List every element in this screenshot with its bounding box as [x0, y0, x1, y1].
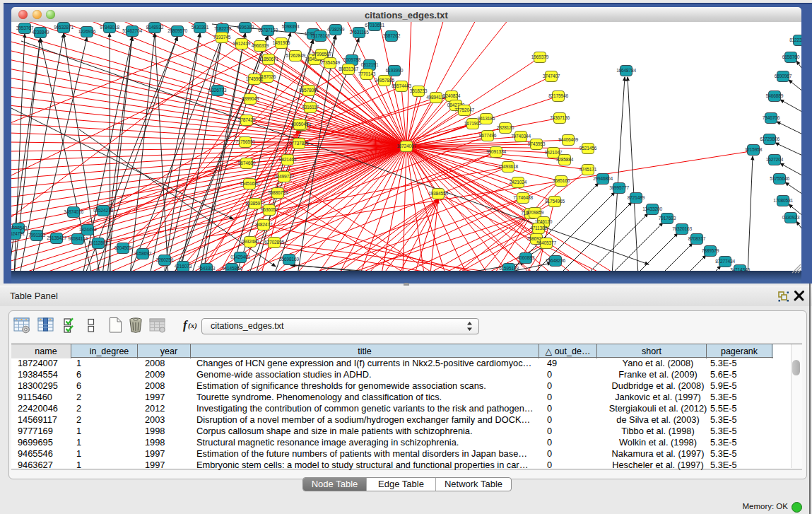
svg-text:0932480: 0932480 — [242, 239, 259, 244]
svg-text:27354549: 27354549 — [320, 60, 340, 65]
svg-text:9421047: 9421047 — [545, 150, 563, 155]
svg-text:01429401: 01429401 — [230, 255, 250, 259]
svg-text:65648236: 65648236 — [546, 258, 565, 263]
svg-text:8708317: 8708317 — [688, 236, 706, 241]
svg-text:5430391: 5430391 — [192, 25, 209, 30]
svg-text:4966319: 4966319 — [252, 43, 269, 48]
svg-text:9821465: 9821465 — [279, 157, 297, 162]
svg-text:9912419: 9912419 — [233, 41, 251, 46]
svg-text:9521456: 9521456 — [579, 146, 597, 151]
svg-text:57262849: 57262849 — [286, 53, 305, 58]
svg-text:99091334: 99091334 — [486, 149, 506, 154]
svg-text:62702895: 62702895 — [264, 240, 284, 245]
svg-text:4238849: 4238849 — [32, 30, 49, 35]
svg-text:3285884: 3285884 — [556, 157, 574, 162]
svg-text:77752047: 77752047 — [454, 107, 474, 112]
svg-text:13493618: 13493618 — [498, 164, 518, 169]
svg-text:96405377: 96405377 — [536, 240, 556, 245]
svg-text:1824493: 1824493 — [79, 227, 97, 232]
svg-text:17080531: 17080531 — [773, 198, 793, 203]
svg-text:61595148: 61595148 — [499, 266, 519, 271]
svg-text:00524278: 00524278 — [93, 208, 113, 213]
svg-text:3387262: 3387262 — [383, 33, 401, 38]
svg-text:3158692: 3158692 — [134, 251, 152, 256]
svg-text:65787133: 65787133 — [258, 28, 278, 33]
svg-text:55698169: 55698169 — [279, 257, 299, 262]
svg-text:7889579: 7889579 — [702, 248, 719, 253]
svg-text:4005045: 4005045 — [291, 122, 309, 127]
svg-text:82175946: 82175946 — [548, 93, 568, 98]
svg-text:67010651: 67010651 — [365, 23, 384, 28]
svg-text:7543303: 7543303 — [198, 266, 216, 271]
svg-text:2787429: 2787429 — [238, 117, 256, 122]
svg-text:1326773: 1326773 — [209, 88, 227, 93]
svg-text:37631165: 37631165 — [349, 30, 369, 35]
svg-text:1491905: 1491905 — [273, 40, 290, 45]
svg-text:80112805: 80112805 — [88, 240, 108, 245]
svg-text:7182278: 7182278 — [214, 26, 232, 31]
svg-text:4316117: 4316117 — [302, 105, 319, 110]
svg-text:4745171: 4745171 — [579, 167, 597, 172]
svg-text:7346706: 7346706 — [763, 115, 780, 120]
svg-text:2421024: 2421024 — [510, 180, 527, 185]
svg-text:4711382: 4711382 — [530, 226, 547, 230]
svg-text:86578091: 86578091 — [299, 88, 319, 93]
svg-text:3482477: 3482477 — [255, 222, 273, 227]
svg-text:55886753: 55886753 — [268, 190, 288, 195]
svg-text:62729806: 62729806 — [760, 136, 779, 141]
svg-text:4216073: 4216073 — [175, 264, 192, 269]
svg-text:1745961: 1745961 — [246, 76, 264, 81]
svg-text:19384554: 19384554 — [428, 191, 448, 196]
svg-text:7193745: 7193745 — [213, 35, 231, 40]
svg-text:73178108: 73178108 — [310, 33, 330, 38]
svg-text:37996507: 37996507 — [312, 52, 331, 57]
svg-text:53755646: 53755646 — [770, 176, 789, 181]
svg-text:8721489: 8721489 — [628, 195, 645, 200]
svg-text:5466889: 5466889 — [766, 93, 784, 98]
svg-text:5240824: 5240824 — [443, 93, 461, 98]
svg-text:81754965: 81754965 — [545, 199, 565, 204]
svg-text:9413186: 9413186 — [478, 116, 495, 121]
svg-text:96532871: 96532871 — [54, 25, 73, 30]
svg-text:04499727: 04499727 — [274, 174, 294, 179]
svg-text:79740344: 79740344 — [511, 134, 531, 139]
svg-text:67737826: 67737826 — [289, 141, 309, 146]
svg-text:54145868: 54145868 — [222, 266, 242, 271]
svg-text:0330923: 0330923 — [782, 215, 800, 220]
svg-text:97848018: 97848018 — [100, 25, 119, 30]
svg-text:81223623: 81223623 — [789, 37, 801, 42]
svg-text:60385977: 60385977 — [245, 201, 265, 206]
svg-text:6193990: 6193990 — [386, 68, 404, 73]
svg-text:34957885: 34957885 — [375, 78, 394, 83]
svg-text:71756551: 71756551 — [235, 139, 255, 144]
svg-text:(x): (x) — [188, 321, 197, 330]
svg-text:5098393: 5098393 — [282, 24, 300, 29]
svg-text:4896383: 4896383 — [237, 25, 254, 30]
svg-text:36995777: 36995777 — [609, 185, 629, 190]
svg-text:7991183: 7991183 — [28, 233, 45, 238]
svg-text:6658760: 6658760 — [782, 54, 800, 59]
svg-text:28809570: 28809570 — [167, 28, 187, 33]
svg-text:76320163: 76320163 — [672, 226, 692, 231]
svg-text:4738299: 4738299 — [327, 27, 345, 32]
svg-text:29946804: 29946804 — [593, 176, 613, 181]
svg-text:34714345: 34714345 — [730, 267, 750, 271]
svg-text:3215958: 3215958 — [745, 147, 763, 152]
svg-text:3747407: 3747407 — [543, 74, 560, 78]
svg-text:3518233: 3518233 — [410, 88, 428, 93]
svg-text:7770143: 7770143 — [358, 71, 376, 76]
svg-text:2260256: 2260256 — [156, 257, 174, 262]
svg-text:1969379: 1969379 — [531, 54, 549, 59]
svg-text:13433200: 13433200 — [642, 206, 662, 211]
svg-text:80831367: 80831367 — [339, 66, 358, 71]
svg-text:5674680: 5674680 — [238, 160, 256, 165]
svg-text:6690967: 6690967 — [775, 74, 792, 78]
svg-text:15451680: 15451680 — [240, 181, 259, 186]
svg-text:3685160: 3685160 — [553, 178, 570, 183]
svg-text:18724007: 18724007 — [396, 144, 416, 148]
svg-text:98084124: 98084124 — [68, 236, 88, 241]
svg-text:85574443: 85574443 — [392, 83, 411, 88]
svg-text:71746488: 71746488 — [513, 195, 533, 200]
svg-text:1627204: 1627204 — [766, 157, 784, 162]
svg-text:34874016: 34874016 — [64, 209, 83, 214]
